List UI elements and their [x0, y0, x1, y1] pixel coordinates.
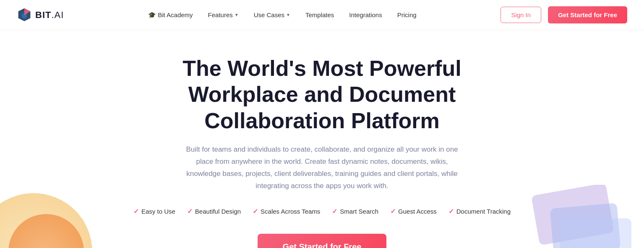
hero-title: The World's Most Powerful Workplace and … [133, 55, 511, 134]
feature-label: Smart Search [340, 208, 378, 215]
deco-left [0, 185, 92, 248]
logo[interactable]: BIT.AI [17, 8, 64, 23]
templates-label: Templates [305, 11, 334, 18]
feature-label: Document Tracking [456, 208, 511, 215]
get-started-hero-button[interactable]: Get Started for Free [258, 234, 387, 248]
feature-label: Beautiful Design [195, 208, 241, 215]
deco-right [527, 185, 644, 248]
circle-yellow [0, 193, 92, 248]
nav-item-use-cases[interactable]: Use Cases ▼ [254, 11, 290, 18]
chevron-down-icon: ▼ [286, 13, 290, 17]
check-icon: ✓ [390, 207, 396, 215]
nav-item-pricing[interactable]: Pricing [397, 11, 417, 18]
hero-section: The World's Most Powerful Workplace and … [0, 30, 644, 248]
check-icon: ✓ [448, 207, 454, 215]
academy-icon: 🎓 [148, 11, 156, 19]
feature-label: Easy to Use [141, 208, 175, 215]
get-started-nav-button[interactable]: Get Started for Free [548, 6, 627, 23]
hero-subtitle: Built for teams and individuals to creat… [180, 144, 465, 192]
feature-document-tracking: ✓ Document Tracking [448, 207, 511, 215]
nav-item-academy[interactable]: 🎓 Bit Academy [148, 11, 193, 19]
circle-orange [8, 214, 84, 248]
logo-text: BIT.AI [35, 10, 64, 21]
check-icon: ✓ [187, 207, 193, 215]
svg-rect-5 [550, 203, 621, 248]
check-icon: ✓ [253, 207, 258, 215]
feature-scales-across-teams: ✓ Scales Across Teams [253, 207, 320, 215]
nav-item-integrations[interactable]: Integrations [349, 11, 382, 18]
features-row: ✓ Easy to Use ✓ Beautiful Design ✓ Scale… [133, 207, 511, 215]
academy-label: Bit Academy [158, 11, 193, 18]
nav-item-templates[interactable]: Templates [305, 11, 334, 18]
feature-beautiful-design: ✓ Beautiful Design [187, 207, 241, 215]
signin-button[interactable]: Sign In [501, 7, 541, 23]
chevron-down-icon: ▼ [235, 13, 239, 17]
check-icon: ✓ [332, 207, 337, 215]
nav-item-features[interactable]: Features ▼ [208, 11, 239, 18]
use-cases-label: Use Cases [254, 11, 284, 18]
pricing-label: Pricing [397, 11, 417, 18]
svg-rect-6 [560, 218, 631, 248]
feature-smart-search: ✓ Smart Search [332, 207, 378, 215]
check-icon: ✓ [133, 207, 139, 215]
deco-right-svg [527, 185, 644, 248]
navbar: BIT.AI 🎓 Bit Academy Features ▼ Use Case… [0, 0, 644, 30]
integrations-label: Integrations [349, 11, 382, 18]
feature-label: Scales Across Teams [261, 208, 320, 215]
svg-rect-4 [531, 185, 614, 245]
nav-actions: Sign In Get Started for Free [501, 6, 627, 23]
feature-guest-access: ✓ Guest Access [390, 207, 437, 215]
logo-icon [17, 8, 32, 23]
nav-links: 🎓 Bit Academy Features ▼ Use Cases ▼ Tem… [148, 11, 416, 19]
feature-easy-to-use: ✓ Easy to Use [133, 207, 175, 215]
feature-label: Guest Access [398, 208, 437, 215]
features-label: Features [208, 11, 233, 18]
